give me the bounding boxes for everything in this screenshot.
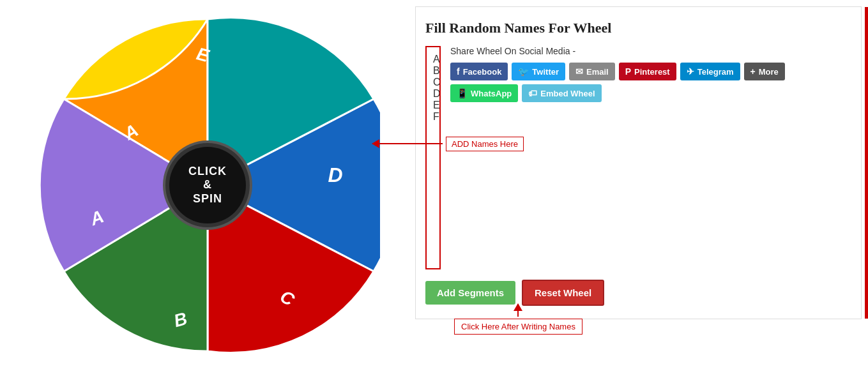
- whatsapp-icon: 📱: [457, 88, 468, 98]
- email-button[interactable]: ✉ Email: [569, 63, 615, 80]
- reset-wheel-button[interactable]: Reset Wheel: [522, 280, 604, 306]
- social-buttons: f Facebook 🐦 Twitter ✉ Email P Pinterest…: [450, 63, 839, 102]
- facebook-label: Facebook: [463, 67, 502, 77]
- panel-content: A B C D E F ADD Names Here Share Wheel O…: [416, 46, 848, 272]
- whatsapp-button[interactable]: 📱 WhatsApp: [450, 84, 518, 102]
- telegram-label: Telegram: [697, 67, 734, 77]
- bottom-annotation-box: Click Here After Writing Names: [454, 319, 582, 335]
- arrow-annotation: ADD Names Here: [372, 137, 524, 151]
- annotation-box: ADD Names Here: [446, 137, 524, 151]
- twitter-icon: 🐦: [518, 66, 529, 77]
- social-title: Share Wheel On Social Media -: [450, 46, 839, 56]
- social-section: Share Wheel On Social Media - f Facebook…: [450, 46, 839, 272]
- telegram-icon: ✈: [687, 66, 694, 77]
- bottom-arrow-line: [517, 304, 519, 317]
- pinterest-label: Pinterest: [634, 67, 670, 77]
- wheel-container: A E D C B A CLICK&SPIN: [35, 13, 380, 358]
- facebook-button[interactable]: f Facebook: [450, 63, 508, 80]
- twitter-button[interactable]: 🐦 Twitter: [512, 63, 565, 80]
- panel-title: Fill Random Names For Wheel: [416, 20, 848, 36]
- embed-label: Embed Wheel: [540, 89, 595, 98]
- whatsapp-label: WhatsApp: [471, 89, 512, 98]
- spin-button[interactable]: CLICK&SPIN: [169, 147, 246, 223]
- add-segments-button[interactable]: Add Segments: [425, 281, 515, 305]
- pinterest-button[interactable]: P Pinterest: [619, 63, 676, 80]
- telegram-button[interactable]: ✈ Telegram: [680, 63, 740, 80]
- twitter-label: Twitter: [532, 67, 559, 77]
- facebook-icon: f: [457, 66, 460, 77]
- email-icon: ✉: [575, 66, 583, 77]
- names-textarea[interactable]: A B C D E F: [425, 46, 441, 269]
- spin-label: CLICK&SPIN: [188, 165, 227, 206]
- right-panel: Fill Random Names For Wheel A B C D E F …: [415, 6, 862, 319]
- wheel-area: A E D C B A CLICK&SPIN: [0, 0, 415, 370]
- more-label: More: [759, 67, 779, 77]
- pinterest-icon: P: [625, 66, 631, 77]
- textarea-wrapper: A B C D E F ADD Names Here: [425, 46, 441, 272]
- embed-button[interactable]: 🏷 Embed Wheel: [522, 84, 601, 102]
- bottom-buttons: Add Segments Reset Wheel Click Here Afte…: [416, 280, 848, 306]
- embed-icon: 🏷: [528, 88, 537, 98]
- more-icon: +: [750, 66, 756, 77]
- bottom-annotation: Click Here After Writing Names: [454, 304, 582, 335]
- email-label: Email: [586, 67, 609, 77]
- arrow-line: [372, 143, 443, 144]
- svg-text:D: D: [328, 163, 342, 186]
- more-button[interactable]: + More: [744, 63, 785, 80]
